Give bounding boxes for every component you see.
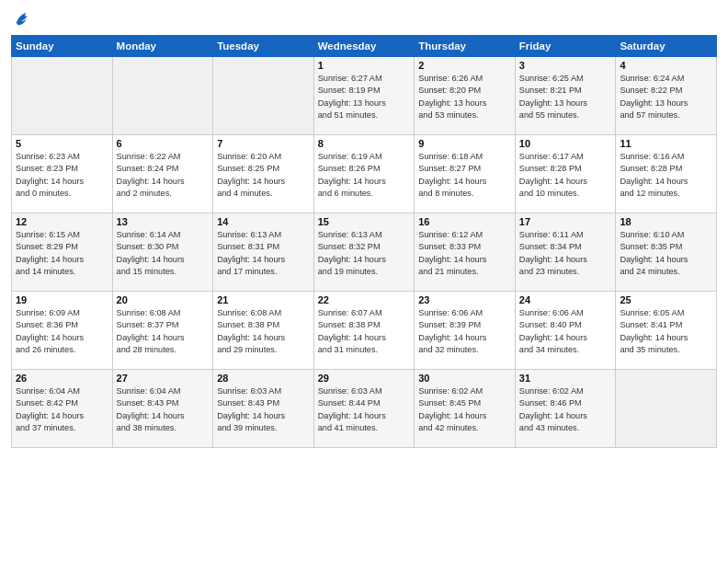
day-info: Sunrise: 6:06 AM Sunset: 8:39 PM Dayligh… bbox=[418, 307, 511, 356]
day-number: 8 bbox=[318, 138, 411, 149]
day-cell: 4Sunrise: 6:24 AM Sunset: 8:22 PM Daylig… bbox=[616, 57, 717, 135]
day-cell: 28Sunrise: 6:03 AM Sunset: 8:43 PM Dayli… bbox=[213, 370, 314, 448]
day-cell: 3Sunrise: 6:25 AM Sunset: 8:21 PM Daylig… bbox=[515, 57, 616, 135]
day-number: 20 bbox=[117, 294, 210, 305]
week-row-5: 26Sunrise: 6:04 AM Sunset: 8:42 PM Dayli… bbox=[12, 370, 717, 448]
day-info: Sunrise: 6:17 AM Sunset: 8:28 PM Dayligh… bbox=[519, 151, 612, 200]
day-info: Sunrise: 6:26 AM Sunset: 8:20 PM Dayligh… bbox=[418, 73, 511, 121]
day-cell: 27Sunrise: 6:04 AM Sunset: 8:43 PM Dayli… bbox=[112, 370, 213, 448]
day-number: 14 bbox=[217, 216, 310, 227]
day-number: 30 bbox=[418, 373, 511, 384]
day-cell: 9Sunrise: 6:18 AM Sunset: 8:27 PM Daylig… bbox=[415, 135, 516, 213]
day-number: 29 bbox=[318, 373, 411, 384]
day-number: 17 bbox=[519, 216, 612, 227]
day-cell: 31Sunrise: 6:02 AM Sunset: 8:46 PM Dayli… bbox=[515, 370, 616, 448]
day-number: 31 bbox=[519, 373, 612, 384]
day-cell: 25Sunrise: 6:05 AM Sunset: 8:41 PM Dayli… bbox=[616, 292, 717, 370]
day-info: Sunrise: 6:11 AM Sunset: 8:34 PM Dayligh… bbox=[519, 229, 612, 278]
day-number: 3 bbox=[519, 60, 612, 71]
day-info: Sunrise: 6:08 AM Sunset: 8:37 PM Dayligh… bbox=[117, 307, 210, 356]
day-info: Sunrise: 6:06 AM Sunset: 8:40 PM Dayligh… bbox=[519, 307, 612, 356]
day-info: Sunrise: 6:18 AM Sunset: 8:27 PM Dayligh… bbox=[418, 151, 511, 200]
logo bbox=[11, 9, 33, 29]
day-number: 16 bbox=[418, 216, 511, 227]
day-number: 21 bbox=[217, 294, 310, 305]
day-info: Sunrise: 6:13 AM Sunset: 8:32 PM Dayligh… bbox=[318, 229, 411, 278]
day-cell: 13Sunrise: 6:14 AM Sunset: 8:30 PM Dayli… bbox=[112, 213, 213, 292]
day-cell: 7Sunrise: 6:20 AM Sunset: 8:25 PM Daylig… bbox=[213, 135, 314, 213]
day-info: Sunrise: 6:04 AM Sunset: 8:43 PM Dayligh… bbox=[117, 385, 210, 434]
page: SundayMondayTuesdayWednesdayThursdayFrid… bbox=[0, 0, 728, 563]
day-cell: 5Sunrise: 6:23 AM Sunset: 8:23 PM Daylig… bbox=[12, 135, 113, 213]
day-cell: 8Sunrise: 6:19 AM Sunset: 8:26 PM Daylig… bbox=[313, 135, 415, 213]
day-cell: 30Sunrise: 6:02 AM Sunset: 8:45 PM Dayli… bbox=[415, 370, 516, 448]
day-info: Sunrise: 6:09 AM Sunset: 8:36 PM Dayligh… bbox=[16, 307, 108, 356]
day-cell: 1Sunrise: 6:27 AM Sunset: 8:19 PM Daylig… bbox=[313, 57, 415, 135]
day-number: 11 bbox=[620, 138, 712, 149]
weekday-header-row: SundayMondayTuesdayWednesdayThursdayFrid… bbox=[12, 36, 717, 57]
day-cell: 29Sunrise: 6:03 AM Sunset: 8:44 PM Dayli… bbox=[313, 370, 415, 448]
day-info: Sunrise: 6:12 AM Sunset: 8:33 PM Dayligh… bbox=[418, 229, 511, 278]
day-number: 12 bbox=[16, 216, 108, 227]
day-info: Sunrise: 6:08 AM Sunset: 8:38 PM Dayligh… bbox=[217, 307, 310, 356]
day-number: 18 bbox=[620, 216, 712, 227]
day-cell bbox=[213, 57, 314, 135]
day-cell: 6Sunrise: 6:22 AM Sunset: 8:24 PM Daylig… bbox=[112, 135, 213, 213]
day-info: Sunrise: 6:27 AM Sunset: 8:19 PM Dayligh… bbox=[318, 73, 411, 121]
calendar-table: SundayMondayTuesdayWednesdayThursdayFrid… bbox=[11, 35, 717, 448]
day-cell bbox=[112, 57, 213, 135]
day-cell: 16Sunrise: 6:12 AM Sunset: 8:33 PM Dayli… bbox=[415, 213, 516, 292]
day-cell: 10Sunrise: 6:17 AM Sunset: 8:28 PM Dayli… bbox=[515, 135, 616, 213]
weekday-header-saturday: Saturday bbox=[616, 36, 717, 57]
day-cell: 2Sunrise: 6:26 AM Sunset: 8:20 PM Daylig… bbox=[415, 57, 516, 135]
day-number: 24 bbox=[519, 294, 612, 305]
day-info: Sunrise: 6:14 AM Sunset: 8:30 PM Dayligh… bbox=[117, 229, 210, 278]
day-info: Sunrise: 6:10 AM Sunset: 8:35 PM Dayligh… bbox=[620, 229, 712, 278]
day-number: 2 bbox=[418, 60, 511, 71]
header bbox=[11, 9, 717, 29]
day-info: Sunrise: 6:16 AM Sunset: 8:28 PM Dayligh… bbox=[620, 151, 712, 200]
day-info: Sunrise: 6:15 AM Sunset: 8:29 PM Dayligh… bbox=[16, 229, 108, 278]
day-info: Sunrise: 6:05 AM Sunset: 8:41 PM Dayligh… bbox=[620, 307, 712, 356]
week-row-1: 1Sunrise: 6:27 AM Sunset: 8:19 PM Daylig… bbox=[12, 57, 717, 135]
day-info: Sunrise: 6:03 AM Sunset: 8:43 PM Dayligh… bbox=[217, 385, 310, 434]
day-info: Sunrise: 6:20 AM Sunset: 8:25 PM Dayligh… bbox=[217, 151, 310, 200]
day-cell: 11Sunrise: 6:16 AM Sunset: 8:28 PM Dayli… bbox=[616, 135, 717, 213]
day-cell: 19Sunrise: 6:09 AM Sunset: 8:36 PM Dayli… bbox=[12, 292, 113, 370]
day-cell: 22Sunrise: 6:07 AM Sunset: 8:38 PM Dayli… bbox=[313, 292, 415, 370]
day-number: 9 bbox=[418, 138, 511, 149]
day-number: 25 bbox=[620, 294, 712, 305]
day-cell: 24Sunrise: 6:06 AM Sunset: 8:40 PM Dayli… bbox=[515, 292, 616, 370]
day-info: Sunrise: 6:04 AM Sunset: 8:42 PM Dayligh… bbox=[16, 385, 108, 434]
day-number: 6 bbox=[117, 138, 210, 149]
weekday-header-thursday: Thursday bbox=[415, 36, 516, 57]
day-number: 15 bbox=[318, 216, 411, 227]
weekday-header-friday: Friday bbox=[515, 36, 616, 57]
day-info: Sunrise: 6:22 AM Sunset: 8:24 PM Dayligh… bbox=[117, 151, 210, 200]
day-cell: 23Sunrise: 6:06 AM Sunset: 8:39 PM Dayli… bbox=[415, 292, 516, 370]
day-number: 1 bbox=[318, 60, 411, 71]
week-row-4: 19Sunrise: 6:09 AM Sunset: 8:36 PM Dayli… bbox=[12, 292, 717, 370]
day-info: Sunrise: 6:03 AM Sunset: 8:44 PM Dayligh… bbox=[318, 385, 411, 434]
day-info: Sunrise: 6:02 AM Sunset: 8:46 PM Dayligh… bbox=[519, 385, 612, 434]
day-info: Sunrise: 6:02 AM Sunset: 8:45 PM Dayligh… bbox=[418, 385, 511, 434]
day-number: 13 bbox=[117, 216, 210, 227]
day-number: 7 bbox=[217, 138, 310, 149]
day-number: 27 bbox=[117, 373, 210, 384]
day-number: 22 bbox=[318, 294, 411, 305]
day-info: Sunrise: 6:25 AM Sunset: 8:21 PM Dayligh… bbox=[519, 73, 612, 121]
weekday-header-sunday: Sunday bbox=[12, 36, 113, 57]
day-cell: 14Sunrise: 6:13 AM Sunset: 8:31 PM Dayli… bbox=[213, 213, 314, 292]
day-cell: 21Sunrise: 6:08 AM Sunset: 8:38 PM Dayli… bbox=[213, 292, 314, 370]
day-cell: 26Sunrise: 6:04 AM Sunset: 8:42 PM Dayli… bbox=[12, 370, 113, 448]
day-cell: 12Sunrise: 6:15 AM Sunset: 8:29 PM Dayli… bbox=[12, 213, 113, 292]
week-row-3: 12Sunrise: 6:15 AM Sunset: 8:29 PM Dayli… bbox=[12, 213, 717, 292]
weekday-header-wednesday: Wednesday bbox=[313, 36, 415, 57]
day-cell: 20Sunrise: 6:08 AM Sunset: 8:37 PM Dayli… bbox=[112, 292, 213, 370]
logo-bird-icon bbox=[13, 9, 33, 29]
week-row-2: 5Sunrise: 6:23 AM Sunset: 8:23 PM Daylig… bbox=[12, 135, 717, 213]
day-number: 28 bbox=[217, 373, 310, 384]
day-cell: 18Sunrise: 6:10 AM Sunset: 8:35 PM Dayli… bbox=[616, 213, 717, 292]
weekday-header-monday: Monday bbox=[112, 36, 213, 57]
day-number: 10 bbox=[519, 138, 612, 149]
